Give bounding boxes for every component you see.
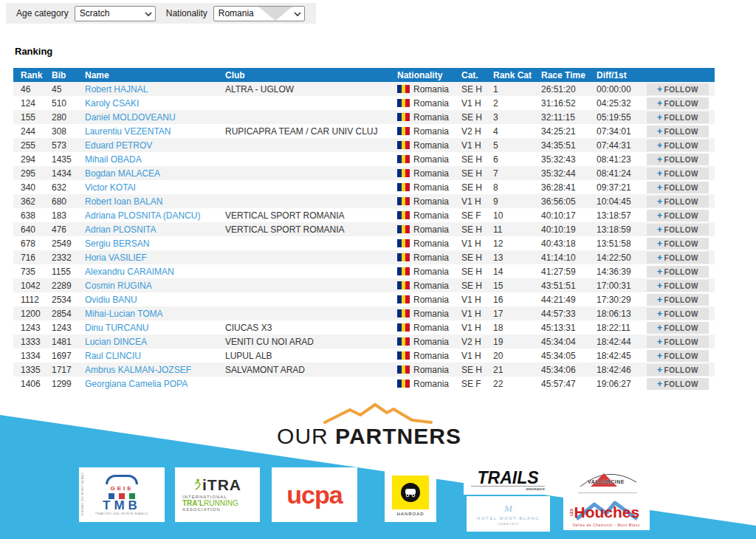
diff-cell: 14:22:50 xyxy=(589,250,641,264)
race-time-cell: 41:14:10 xyxy=(534,250,589,264)
romania-flag-icon xyxy=(397,323,410,332)
diff-cell: 17:00:31 xyxy=(589,278,641,292)
partner-logo-vallorcine[interactable]: VALLORCINE xyxy=(568,465,647,496)
club-cell xyxy=(218,96,390,110)
runner-name-link[interactable]: Laurentiu VEZENTAN xyxy=(85,126,171,137)
table-row: 14061299Georgiana Camelia POPARomaniaSE … xyxy=(13,377,715,391)
diff-cell: 18:06:13 xyxy=(589,306,641,320)
follow-button[interactable]: +FOLLOW xyxy=(647,83,709,95)
runner-name-link[interactable]: Robert Ioan BALAN xyxy=(85,196,162,207)
follow-button[interactable]: +FOLLOW xyxy=(647,308,709,320)
runner-name-link[interactable]: Raul CLINCIU xyxy=(85,351,141,361)
runner-name-link[interactable]: Mihai-Lucian TOMA xyxy=(85,309,163,319)
romania-flag-icon xyxy=(397,380,410,388)
runner-name-link[interactable]: Adrian PLOSNITA xyxy=(85,224,156,235)
rank-cat-cell: 18 xyxy=(486,320,534,334)
runner-name-link[interactable]: Bogdan MALACEA xyxy=(85,168,160,179)
nationality-select[interactable]: Romania xyxy=(213,6,305,21)
column-header-race-time: Race Time xyxy=(534,68,589,82)
column-header-nationality: Nationality xyxy=(390,68,454,82)
chevron-down-icon xyxy=(294,11,301,17)
follow-button[interactable]: +FOLLOW xyxy=(647,350,709,362)
partner-logo-tmb[interactable]: TUNNEL DU MONT BLANC GEIE TMB TRAFORO DE… xyxy=(79,467,165,522)
follow-button[interactable]: +FOLLOW xyxy=(647,378,709,390)
romania-flag-icon xyxy=(397,197,410,205)
nationality-cell: Romania xyxy=(390,264,454,278)
runner-name-link[interactable]: Sergiu BERSAN xyxy=(85,238,149,249)
runner-name-link[interactable]: Ambrus KALMAN-JOZSEF xyxy=(85,365,191,375)
plus-icon: + xyxy=(657,253,663,263)
partner-logo-itra[interactable]: iTRA INTERNATIONAL TRA'LRUNNING ASSOCIAT… xyxy=(175,467,260,522)
runner-name-link[interactable]: Victor KOTAI xyxy=(85,182,136,193)
follow-button[interactable]: +FOLLOW xyxy=(647,224,709,236)
follow-button[interactable]: +FOLLOW xyxy=(647,196,709,207)
follow-button[interactable]: +FOLLOW xyxy=(647,238,709,250)
follow-button[interactable]: +FOLLOW xyxy=(647,154,709,165)
runner-name-link[interactable]: Karoly CSAKI xyxy=(85,98,139,109)
follow-button[interactable]: +FOLLOW xyxy=(647,111,709,123)
follow-button[interactable]: +FOLLOW xyxy=(647,210,709,222)
club-cell xyxy=(218,264,390,278)
runner-name-link[interactable]: Mihail OBADA xyxy=(85,154,142,165)
nationality-cell: Romania xyxy=(390,208,454,222)
follow-button[interactable]: +FOLLOW xyxy=(647,252,709,264)
romania-flag-icon xyxy=(397,127,410,135)
rank-cat-cell: 21 xyxy=(486,363,534,377)
nationality-cell: Romania xyxy=(390,363,454,377)
follow-button[interactable]: +FOLLOW xyxy=(647,280,709,292)
plus-icon: + xyxy=(657,267,663,277)
runner-name-link[interactable]: Daniel MOLDOVEANU xyxy=(85,112,176,123)
follow-button[interactable]: +FOLLOW xyxy=(647,97,709,109)
club-cell xyxy=(218,166,390,180)
runner-name-link[interactable]: Alexandru CARAIMAN xyxy=(85,267,174,277)
plus-icon: + xyxy=(657,238,663,249)
follow-button[interactable]: +FOLLOW xyxy=(647,364,709,376)
rank-cell: 124 xyxy=(13,96,44,110)
follow-button[interactable]: +FOLLOW xyxy=(647,336,709,348)
age-category-select[interactable]: Scratch xyxy=(75,6,156,21)
follow-cell: +FOLLOW xyxy=(641,250,715,264)
race-time-cell: 36:28:41 xyxy=(534,180,589,194)
follow-button[interactable]: +FOLLOW xyxy=(647,322,709,334)
nationality-cell: Romania xyxy=(390,222,454,236)
follow-button[interactable]: +FOLLOW xyxy=(647,294,709,306)
partners-heading-our: OUR xyxy=(277,424,329,448)
race-time-cell: 32:11:15 xyxy=(534,110,589,124)
runner-name-link[interactable]: Dinu TURCANU xyxy=(85,323,148,333)
diff-cell: 14:36:39 xyxy=(589,264,641,278)
runner-name-link[interactable]: Robert HAJNAL xyxy=(85,84,148,95)
diff-cell: 08:41:23 xyxy=(589,152,641,166)
partner-logo-hanroad[interactable]: HANROAD xyxy=(385,469,436,522)
plus-icon: + xyxy=(657,281,663,291)
plus-icon: + xyxy=(657,309,663,319)
partner-logo-les-houches[interactable]: LES Houches Vallée de Chamonix - Mont-Bl… xyxy=(563,496,650,530)
bib-cell: 280 xyxy=(44,110,78,124)
runner-name-link[interactable]: Adriana PLOSNITA (DANCU) xyxy=(85,210,201,221)
follow-button[interactable]: +FOLLOW xyxy=(647,140,709,151)
follow-button[interactable]: +FOLLOW xyxy=(647,126,709,137)
bib-cell: 510 xyxy=(44,96,78,110)
romania-flag-icon xyxy=(397,183,410,191)
follow-button[interactable]: +FOLLOW xyxy=(647,168,709,179)
runner-name-link[interactable]: Horia VASILIEF xyxy=(85,253,147,263)
rank-cat-cell: 2 xyxy=(486,96,534,110)
name-cell: Bogdan MALACEA xyxy=(78,166,218,180)
follow-button[interactable]: +FOLLOW xyxy=(647,182,709,193)
follow-cell: +FOLLOW xyxy=(641,124,715,138)
rank-cat-cell: 20 xyxy=(486,349,534,363)
runner-name-link[interactable]: Lucian DINCEA xyxy=(85,337,147,347)
partner-logo-trails[interactable]: TRAILS ENDURANCE xyxy=(464,465,552,495)
rank-cat-cell: 4 xyxy=(486,124,534,138)
follow-cell: +FOLLOW xyxy=(641,363,715,377)
runner-name-link[interactable]: Ovidiu BANU xyxy=(85,295,137,305)
runner-name-link[interactable]: Eduard PETROV xyxy=(85,140,152,151)
partner-logo-hotel-mont-blanc[interactable]: M HOTEL MONT-BLANC CHAMONIX xyxy=(467,496,550,532)
runner-name-link[interactable]: Georgiana Camelia POPA xyxy=(85,379,188,389)
header-row: RankBibNameClubNationalityCat.Rank CatRa… xyxy=(13,68,715,82)
table-row: 13341697Raul CLINCIULUPUL ALBRomaniaV1 H… xyxy=(13,349,715,363)
runner-name-link[interactable]: Cosmin RUGINA xyxy=(85,281,152,291)
les-houches-name-text: Houches xyxy=(574,504,640,520)
partner-logo-ucpa[interactable]: ucpa xyxy=(272,467,357,522)
follow-button[interactable]: +FOLLOW xyxy=(647,266,709,278)
diff-cell: 18:42:44 xyxy=(589,334,641,349)
